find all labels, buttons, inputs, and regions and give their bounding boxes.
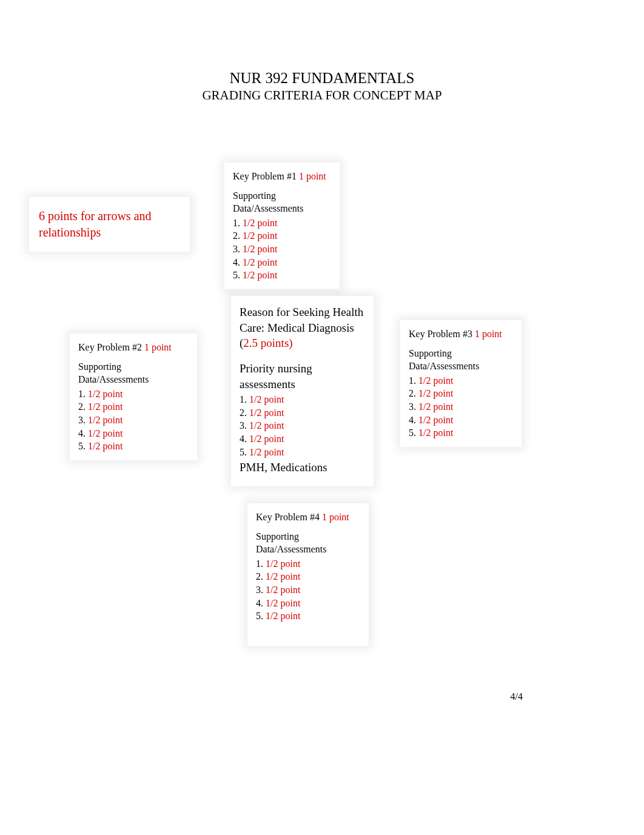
list-points: 1/2 point [266, 611, 300, 621]
list-item: 5. 1/2 point [233, 269, 331, 282]
key-problem-1-box: Key Problem #1 1 point Supporting Data/A… [224, 163, 340, 289]
list-points: 1/2 point [243, 270, 277, 280]
list-num: 3. [409, 401, 416, 412]
kp3-points: 1 point [475, 329, 502, 339]
list-num: 3. [256, 585, 263, 595]
list-points: 1/2 point [88, 415, 122, 425]
list-item: 1. 1/2 point [256, 557, 360, 571]
list-item: 2. 1/2 point [409, 387, 513, 400]
kp2-points-value: 1 point [144, 342, 172, 352]
page-header: NUR 392 FUNDAMENTALS GRADING CRITERIA FO… [0, 70, 644, 103]
list-item: 1. 1/2 point [240, 393, 365, 406]
pmh-medications: PMH, Medications [240, 460, 365, 475]
kp1-support-list: 1. 1/2 point 2. 1/2 point 3. 1/2 point 4… [233, 216, 331, 282]
list-num: 1. [233, 218, 240, 228]
list-points: 1/2 point [266, 585, 300, 595]
kp4-support-label: Supporting Data/Assessments [256, 530, 360, 556]
list-item: 5. 1/2 point [256, 609, 360, 623]
kp2-support-label: Supporting Data/Assessments [78, 360, 189, 386]
kp4-points-value: 1 point [322, 512, 349, 522]
kp3-points-value: 1 point [475, 329, 502, 339]
list-item: 4. 1/2 point [409, 414, 513, 427]
kp4-support-list: 1. 1/2 point 2. 1/2 point 3. 1/2 point 4… [256, 557, 360, 623]
key-problem-4-box: Key Problem #4 1 point Supporting Data/A… [247, 503, 369, 646]
key-problem-2-box: Key Problem #2 1 point Supporting Data/A… [70, 334, 197, 460]
list-points: 1/2 point [88, 441, 122, 451]
kp3-title-text: Key Problem #3 [409, 329, 472, 339]
kp4-points: 1 point [322, 512, 349, 522]
list-item: 4. 1/2 point [240, 432, 365, 446]
list-points: 1/2 point [88, 401, 122, 412]
list-points: 1/2 point [249, 420, 284, 431]
list-num: 2. [256, 571, 263, 582]
list-item: 3. 1/2 point [256, 583, 360, 597]
key-problem-4-title: Key Problem #4 1 point [256, 511, 360, 524]
key-problem-1-title: Key Problem #1 1 point [233, 170, 331, 183]
list-points: 1/2 point [249, 447, 284, 457]
list-num: 4. [240, 434, 247, 444]
list-item: 4. 1/2 point [256, 597, 360, 610]
list-item: 2. 1/2 point [233, 229, 331, 243]
kp3-support-label: Supporting Data/Assessments [409, 347, 513, 373]
list-points: 1/2 point [88, 428, 122, 438]
list-num: 2. [233, 230, 240, 241]
list-points: 1/2 point [418, 428, 453, 438]
list-num: 2. [240, 407, 247, 418]
key-problem-3-box: Key Problem #3 1 point Supporting Data/A… [400, 320, 522, 447]
reason-points: 2.5 points) [243, 337, 292, 349]
kp2-support-list: 1. 1/2 point 2. 1/2 point 3. 1/2 point 4… [78, 387, 189, 453]
kp3-support-list: 1. 1/2 point 2. 1/2 point 3. 1/2 point 4… [409, 374, 513, 440]
list-num: 4. [233, 257, 240, 267]
list-item: 2. 1/2 point [78, 400, 189, 414]
list-points: 1/2 point [243, 230, 277, 241]
list-num: 2. [409, 388, 416, 398]
list-points: 1/2 point [266, 558, 300, 569]
list-num: 1. [240, 394, 247, 404]
list-item: 5. 1/2 point [409, 426, 513, 440]
key-problem-2-title: Key Problem #2 1 point [78, 341, 189, 354]
list-points: 1/2 point [418, 401, 453, 412]
priority-assessments-label: Priority nursing assessments [240, 361, 365, 392]
center-box: Reason for Seeking Health Care: Medical … [231, 296, 374, 486]
list-item: 1. 1/2 point [78, 387, 189, 401]
list-points: 1/2 point [249, 394, 284, 404]
kp2-title-text: Key Problem #2 [78, 342, 142, 352]
list-num: 4. [256, 598, 263, 608]
list-points: 1/2 point [418, 415, 453, 425]
list-points: 1/2 point [266, 571, 300, 582]
list-points: 1/2 point [88, 389, 122, 399]
list-points: 1/2 point [243, 218, 277, 228]
list-item: 1. 1/2 point [233, 216, 331, 230]
page-number: 4/4 [511, 691, 523, 702]
reason-text: Reason for Seeking Health Care: Medical … [240, 304, 365, 351]
title-line-1: NUR 392 FUNDAMENTALS [0, 70, 644, 87]
title-line-2: GRADING CRITERIA FOR CONCEPT MAP [0, 88, 644, 103]
kp1-support-label: Supporting Data/Assessments [233, 189, 331, 215]
list-points: 1/2 point [266, 598, 300, 608]
list-item: 4. 1/2 point [233, 256, 331, 269]
list-points: 1/2 point [249, 434, 284, 444]
list-item: 2. 1/2 point [240, 406, 365, 420]
arrows-relationships-note: 6 points for arrows and relationships [29, 197, 190, 252]
kp1-title-text: Key Problem #1 [233, 171, 297, 181]
list-points: 1/2 point [243, 257, 277, 267]
kp2-points: 1 point [144, 342, 172, 352]
list-num: 5. [78, 441, 86, 451]
list-points: 1/2 point [243, 244, 277, 254]
list-num: 1. [409, 375, 416, 386]
list-item: 4. 1/2 point [78, 427, 189, 440]
center-support-list: 1. 1/2 point 2. 1/2 point 3. 1/2 point 4… [240, 393, 365, 458]
list-item: 1. 1/2 point [409, 374, 513, 387]
kp4-title-text: Key Problem #4 [256, 512, 320, 522]
list-num: 5. [233, 270, 240, 280]
list-num: 5. [240, 447, 247, 457]
list-item: 5. 1/2 point [240, 446, 365, 459]
list-item: 3. 1/2 point [409, 400, 513, 414]
list-num: 3. [78, 415, 86, 425]
key-problem-3-title: Key Problem #3 1 point [409, 327, 513, 341]
list-item: 5. 1/2 point [78, 440, 189, 453]
list-points: 1/2 point [249, 407, 284, 418]
list-num: 1. [256, 558, 263, 569]
list-num: 4. [409, 415, 416, 425]
list-num: 1. [78, 389, 86, 399]
